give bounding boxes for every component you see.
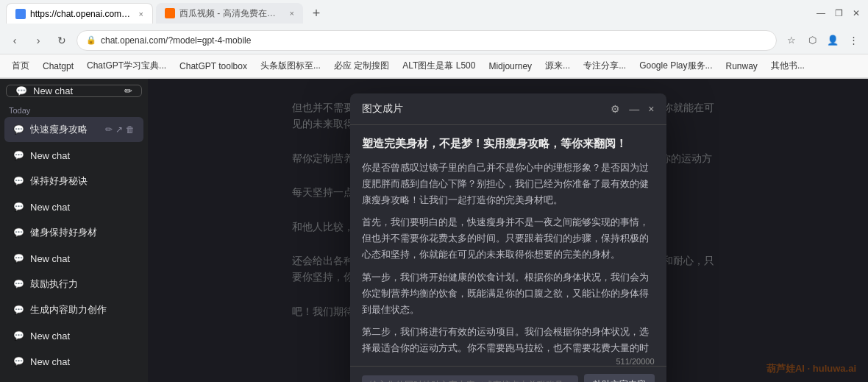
modal-title: 图文成片 <box>362 102 403 116</box>
chat-item-icon: 💬 <box>13 356 24 367</box>
tab-title-chatgpt: https://chat.openai.com/?mo... <box>30 9 132 19</box>
sidebar-item-item9[interactable]: 💬New chat <box>4 323 143 348</box>
bookmark-item-11[interactable]: Runway <box>720 57 764 75</box>
sidebar-item-label: New chat <box>30 150 135 161</box>
chat-item-icon: 💬 <box>13 227 24 238</box>
restore-button[interactable]: ❐ <box>833 7 844 19</box>
modal-text-input[interactable] <box>362 375 578 383</box>
address-input-field[interactable]: 🔒 chat.openai.com/?model=gpt-4-mobile <box>77 30 777 51</box>
tab-close-chatgpt[interactable]: × <box>139 10 143 18</box>
chat-item-icon: 💬 <box>13 330 24 341</box>
sidebar-item-label: New chat <box>30 202 135 213</box>
bookmark-item-4[interactable]: 头条版图标至... <box>255 57 327 75</box>
profile-icon[interactable]: 👤 <box>824 32 842 49</box>
tab-favicon-chatgpt <box>15 9 26 19</box>
sidebar: 💬 New chat ✏ Today 💬快速瘦身攻略✏↗🗑💬New chat💬保… <box>0 79 148 382</box>
extensions-icon[interactable]: ⬡ <box>803 32 821 49</box>
edit-icon[interactable]: ✏ <box>105 124 113 135</box>
new-tab-button[interactable]: + <box>306 3 327 24</box>
sidebar-item-label: 鼓励执行力 <box>30 277 135 291</box>
tab-xigua[interactable]: 西瓜视频 - 高清免费在线视频 -... × <box>156 3 303 24</box>
menu-icon[interactable]: ⋮ <box>844 32 862 49</box>
chat-item-icon: 💬 <box>13 150 24 160</box>
image-text-modal: 图文成片 ⚙ — × 塑造完美身材，不是梦！实用瘦身攻略，等你来翻阅！ 你是否曾… <box>350 93 666 382</box>
sidebar-item-actions: ✏↗🗑 <box>105 124 135 135</box>
chat-item-icon: 💬 <box>13 279 24 289</box>
sidebar-item-item11[interactable]: 💬New chat <box>4 375 143 382</box>
modal-body-text: 你是否曾感叹过镜子里的自己并不是你心中的理想形象？是否因为过度肥胖而感到自信心下… <box>362 160 655 354</box>
sidebar-item-label: 快速瘦身攻略 <box>30 123 99 136</box>
modal-settings-icon[interactable]: ⚙ <box>611 103 620 115</box>
lock-icon: 🔒 <box>86 35 96 45</box>
chat-item-icon: 💬 <box>13 253 24 263</box>
address-text: chat.openai.com/?model=gpt-4-mobile <box>101 35 251 46</box>
bookmark-item-6[interactable]: ALT图生是幕 L500 <box>396 57 481 75</box>
modal-counter: 511/20000 <box>350 354 666 366</box>
tab-chatgpt[interactable]: https://chat.openai.com/?mo... × <box>6 3 153 24</box>
sidebar-item-label: New chat <box>30 253 135 264</box>
sidebar-item-item10[interactable]: 💬New chat <box>4 349 143 374</box>
sidebar-item-label: New chat <box>30 330 135 342</box>
chat-icon: 💬 <box>15 85 27 96</box>
tab-title-xigua: 西瓜视频 - 高清免费在线视频 -... <box>179 7 282 20</box>
close-button[interactable]: ✕ <box>850 7 862 19</box>
bookmark-item-3[interactable]: ChatGPT toolbox <box>174 57 253 75</box>
bookmark-item-2[interactable]: ChatGPT学习宝典... <box>81 57 172 75</box>
modal-header: 图文成片 ⚙ — × <box>350 93 666 125</box>
compose-icon: ✏ <box>124 85 132 96</box>
section-today-label: Today <box>0 103 148 116</box>
sidebar-item-label: 保持好身秘诀 <box>30 174 135 188</box>
refresh-button[interactable]: ↻ <box>53 32 71 49</box>
tab-favicon-xigua <box>165 8 175 18</box>
window-controls: — ❐ ✕ <box>815 7 862 19</box>
bookmark-item-1[interactable]: Chatgpt <box>37 57 79 75</box>
sidebar-item-label: 健身保持好身材 <box>30 226 135 239</box>
sidebar-items-list: 💬快速瘦身攻略✏↗🗑💬New chat💬保持好身秘诀💬New chat💬健身保持… <box>0 116 148 382</box>
sidebar-item-item8[interactable]: 💬生成内容助力创作 <box>4 297 143 322</box>
app-container: 💬 New chat ✏ Today 💬快速瘦身攻略✏↗🗑💬New chat💬保… <box>0 79 868 382</box>
sidebar-item-item5[interactable]: 💬健身保持好身材 <box>4 220 143 245</box>
modal-minimize-icon[interactable]: — <box>629 103 639 115</box>
sidebar-item-item7[interactable]: 💬鼓励执行力 <box>4 272 143 297</box>
modal-body: 塑造完美身材，不是梦！实用瘦身攻略，等你来翻阅！ 你是否曾感叹过镜子里的自己并不… <box>350 125 666 354</box>
sidebar-item-item4[interactable]: 💬New chat <box>4 194 143 219</box>
main-content: 但也并不需要你花费太多的时间，只要跟着我们的步骤，保持积极的心态和坚持，你就能在… <box>148 79 868 382</box>
bookmark-item-7[interactable]: Midjourney <box>483 57 538 75</box>
bookmark-star-icon[interactable]: ☆ <box>783 32 800 49</box>
bookmark-item-5[interactable]: 必应 定制搜图 <box>328 57 395 75</box>
minimize-button[interactable]: — <box>815 7 827 19</box>
sidebar-item-item2[interactable]: 💬New chat <box>4 143 143 168</box>
modal-overlay: 图文成片 ⚙ — × 塑造完美身材，不是梦！实用瘦身攻略，等你来翻阅！ 你是否曾… <box>148 79 868 382</box>
sidebar-item-item1[interactable]: 💬快速瘦身攻略✏↗🗑 <box>4 117 143 142</box>
share-icon[interactable]: ↗ <box>115 124 123 135</box>
bookmark-item-0[interactable]: 首页 <box>6 57 35 75</box>
new-chat-label: New chat <box>33 85 73 96</box>
address-actions: ☆ ⬡ 👤 ⋮ <box>783 32 862 49</box>
bookmark-item-9[interactable]: 专注分享... <box>577 57 632 75</box>
delete-icon[interactable]: 🗑 <box>126 124 135 135</box>
forward-button[interactable]: › <box>29 32 47 49</box>
chat-item-icon: 💬 <box>13 305 24 315</box>
bookmark-item-10[interactable]: Google Play服务... <box>633 57 718 75</box>
chat-item-icon: 💬 <box>13 202 24 212</box>
back-button[interactable]: ‹ <box>6 32 24 49</box>
bookmark-item-12[interactable]: 其他书... <box>765 57 811 75</box>
tab-close-xigua[interactable]: × <box>290 9 294 18</box>
modal-headline: 塑造完美身材，不是梦！实用瘦身攻略，等你来翻阅！ <box>362 137 655 151</box>
chat-item-icon: 💬 <box>13 176 24 186</box>
modal-header-right: ⚙ — × <box>611 103 654 115</box>
modal-footer: 粘贴文字内容 <box>350 366 666 382</box>
sidebar-item-label: New chat <box>30 356 135 367</box>
tab-bar: https://chat.openai.com/?mo... × 西瓜视频 - … <box>0 0 868 26</box>
new-chat-left: 💬 New chat <box>15 85 73 96</box>
paste-text-button[interactable]: 粘贴文字内容 <box>584 374 655 382</box>
bookmark-item-8[interactable]: 源来... <box>539 57 576 75</box>
address-bar: ‹ › ↻ 🔒 chat.openai.com/?model=gpt-4-mob… <box>0 26 868 54</box>
sidebar-item-item6[interactable]: 💬New chat <box>4 246 143 271</box>
new-chat-button[interactable]: 💬 New chat ✏ <box>6 85 142 97</box>
sidebar-item-label: 生成内容助力创作 <box>30 303 135 316</box>
modal-close-icon[interactable]: × <box>648 103 654 115</box>
chat-item-icon: 💬 <box>13 124 24 135</box>
sidebar-item-item3[interactable]: 💬保持好身秘诀 <box>4 169 143 194</box>
browser-chrome: https://chat.openai.com/?mo... × 西瓜视频 - … <box>0 0 868 79</box>
